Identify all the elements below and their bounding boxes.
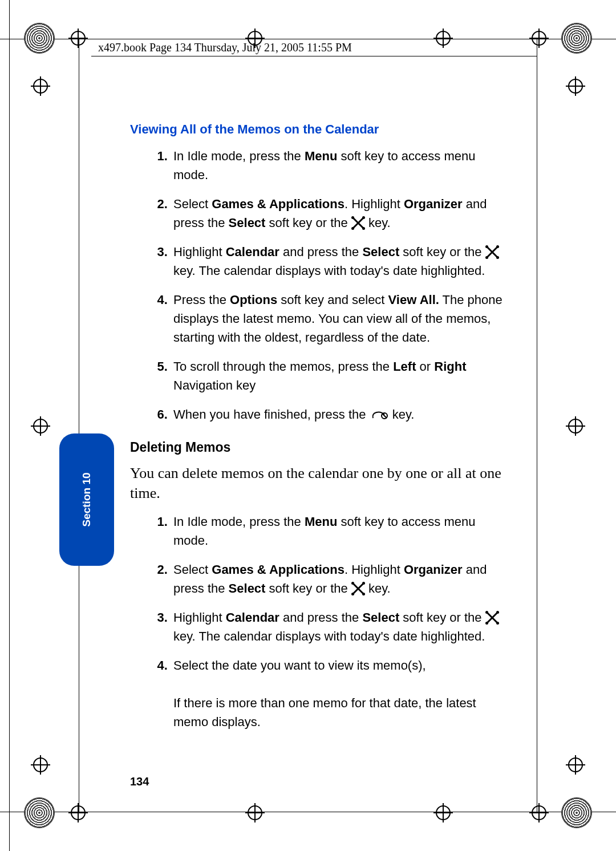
bold-term: Options — [230, 293, 277, 307]
registration-mark-icon — [31, 76, 50, 96]
x-key-icon — [352, 217, 364, 229]
step-item: In Idle mode, press the Menu soft key to… — [171, 147, 512, 184]
registration-mark-icon — [31, 416, 50, 436]
registration-mark-icon — [566, 76, 585, 96]
step-text: Highlight — [173, 610, 226, 625]
step-text: If there is more than one memo for that … — [173, 696, 476, 729]
step-item: Highlight Calendar and press the Select … — [171, 242, 512, 280]
section-tab: Section 10 — [59, 433, 114, 566]
bold-term: Calendar — [226, 245, 279, 259]
steps-list-deleting: In Idle mode, press the Menu soft key to… — [130, 512, 512, 731]
step-item: Select the date you want to view its mem… — [171, 656, 512, 731]
spiral-icon — [24, 797, 55, 828]
bold-term: Menu — [305, 149, 337, 163]
step-text: soft key or the — [399, 610, 485, 625]
bold-term: Games & Applications — [212, 562, 345, 577]
bold-term: Select — [229, 581, 266, 595]
step-text: In Idle mode, press the — [173, 514, 305, 529]
registration-mark-icon — [566, 755, 585, 775]
step-text: In Idle mode, press the — [173, 149, 305, 163]
section-heading-viewing: Viewing All of the Memos on the Calendar — [130, 120, 512, 139]
step-text: soft key or the — [399, 245, 485, 259]
step-item: Select Games & Applications. Highlight O… — [171, 194, 512, 232]
registration-mark-icon — [529, 29, 549, 48]
steps-list-viewing: In Idle mode, press the Menu soft key to… — [130, 147, 512, 424]
registration-mark-icon — [31, 755, 50, 775]
step-text: soft key or the — [265, 216, 351, 230]
bold-term: Select — [362, 610, 399, 625]
x-key-icon — [487, 246, 498, 258]
section-tab-label: Section 10 — [80, 472, 93, 526]
spiral-icon — [561, 23, 592, 54]
bold-term: Select — [229, 216, 266, 230]
bold-term: View All. — [388, 293, 439, 307]
step-text: Highlight — [173, 245, 226, 259]
step-text: To scroll through the memos, press the — [173, 359, 393, 374]
bold-term: Organizer — [404, 562, 463, 577]
step-item: Highlight Calendar and press the Select … — [171, 608, 512, 646]
x-key-icon — [487, 612, 498, 623]
end-key-icon — [371, 407, 388, 417]
step-text: and press the — [279, 610, 363, 625]
bold-term: Organizer — [404, 197, 463, 211]
step-text: Navigation key — [173, 378, 256, 392]
step-text: key. The calendar displays with today's … — [173, 264, 485, 278]
step-text: When you have finished, press the — [173, 407, 370, 422]
step-text: or — [416, 359, 435, 374]
spiral-icon — [24, 23, 55, 54]
step-item: When you have finished, press the key. — [171, 405, 512, 424]
step-item: In Idle mode, press the Menu soft key to… — [171, 512, 512, 550]
step-item: To scroll through the memos, press the L… — [171, 357, 512, 395]
step-text: key. — [365, 216, 391, 230]
page-number: 134 — [130, 775, 149, 788]
step-text: . Highlight — [345, 562, 404, 577]
spiral-icon — [561, 797, 592, 828]
step-item: Select Games & Applications. Highlight O… — [171, 560, 512, 598]
registration-mark-icon — [245, 803, 265, 822]
page-content: Viewing All of the Memos on the Calendar… — [130, 120, 512, 745]
step-text: key. — [365, 581, 391, 595]
x-key-icon — [352, 583, 364, 594]
step-text: soft key and select — [277, 293, 388, 307]
step-text: key. — [389, 407, 415, 422]
registration-mark-icon — [529, 803, 549, 822]
intro-paragraph: You can delete memos on the calendar one… — [130, 463, 512, 503]
registration-mark-icon — [433, 29, 453, 48]
bold-term: Select — [362, 245, 399, 259]
bold-term: Left — [393, 359, 416, 374]
bold-term: Menu — [305, 514, 337, 529]
step-text: and press the — [279, 245, 363, 259]
registration-mark-icon — [68, 803, 88, 822]
bold-term: Right — [434, 359, 466, 374]
step-text: key. The calendar displays with today's … — [173, 629, 485, 643]
step-text: . Highlight — [345, 197, 404, 211]
registration-mark-icon — [433, 803, 453, 822]
step-item: Press the Options soft key and select Vi… — [171, 290, 512, 347]
step-text: Select — [173, 197, 212, 211]
bold-term: Games & Applications — [212, 197, 345, 211]
step-text: Select — [173, 562, 212, 577]
registration-mark-icon — [68, 29, 88, 48]
step-text: soft key or the — [265, 581, 351, 595]
step-text: Press the — [173, 293, 230, 307]
bold-term: Calendar — [226, 610, 279, 625]
section-heading-deleting: Deleting Memos — [130, 437, 512, 457]
page-header: x497.book Page 134 Thursday, July 21, 20… — [98, 41, 352, 54]
registration-mark-icon — [566, 416, 585, 436]
step-text: Select the date you want to view its mem… — [173, 658, 426, 672]
